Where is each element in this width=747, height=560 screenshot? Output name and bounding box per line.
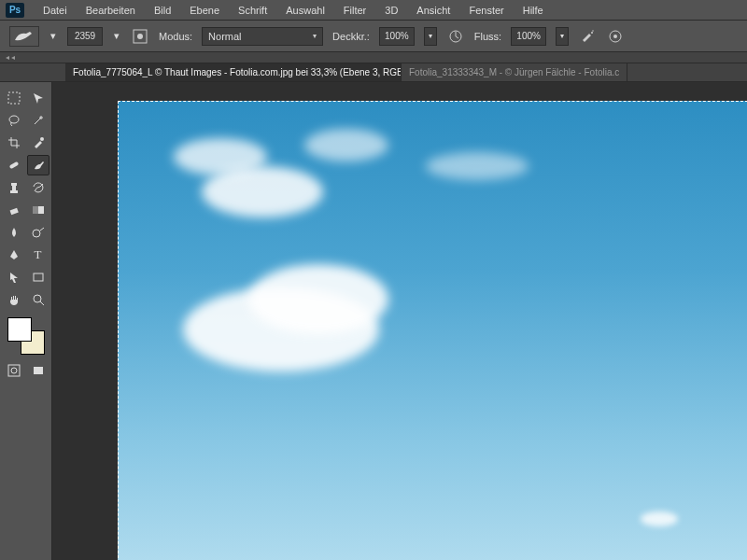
mode-label: Modus:	[159, 31, 192, 42]
menu-ebene[interactable]: Ebene	[180, 2, 229, 19]
menu-3d[interactable]: 3D	[375, 2, 407, 19]
clone-stamp-tool[interactable]	[3, 177, 25, 198]
tab-document-1[interactable]: Fotolia_7775064_L © Thaut Images - Fotol…	[65, 63, 402, 81]
airbrush-toggle[interactable]	[578, 27, 597, 46]
hand-icon	[7, 293, 21, 306]
zoom-tool[interactable]	[27, 289, 49, 310]
lasso-tool[interactable]	[3, 110, 25, 131]
tab-label: Fotolia_31333343_M - © Jürgen Fälchle - …	[409, 67, 619, 77]
svg-point-8	[9, 116, 19, 123]
menu-bild[interactable]: Bild	[145, 2, 180, 19]
menu-schrift[interactable]: Schrift	[229, 2, 276, 19]
menu-fenster[interactable]: Fenster	[459, 2, 513, 19]
foreground-color-swatch[interactable]	[7, 317, 32, 342]
eraser-tool[interactable]	[3, 200, 25, 220]
canvas-content	[426, 152, 529, 180]
menu-bearbeiten[interactable]: Bearbeiten	[77, 2, 145, 19]
menu-auswahl[interactable]: Auswahl	[276, 2, 334, 19]
svg-rect-11	[10, 190, 18, 193]
eraser-icon	[7, 203, 21, 217]
path-selection-tool[interactable]	[3, 267, 25, 287]
magic-wand-tool[interactable]	[27, 110, 49, 131]
marquee-tool[interactable]	[3, 88, 25, 108]
flow-field[interactable]: 100%	[511, 27, 546, 46]
move-tool[interactable]	[27, 88, 49, 108]
opacity-dropdown[interactable]: ▾	[424, 27, 437, 46]
brush-panel-icon	[133, 29, 148, 44]
magnifier-icon	[32, 293, 45, 306]
svg-point-21	[11, 368, 17, 373]
arrow-icon	[7, 271, 21, 284]
canvas-content	[304, 129, 388, 161]
type-tool[interactable]: T	[27, 245, 49, 265]
color-swatches[interactable]	[7, 317, 45, 355]
pen-icon	[7, 248, 21, 261]
hand-tool[interactable]	[3, 289, 25, 310]
quick-mask-toggle[interactable]	[3, 360, 25, 381]
menu-ansicht[interactable]: Ansicht	[407, 2, 459, 19]
svg-rect-16	[33, 206, 38, 214]
svg-point-4	[592, 30, 593, 31]
quickmask-icon	[7, 364, 21, 377]
screen-mode-toggle[interactable]	[27, 360, 49, 381]
tab-label: Fotolia_7775064_L © Thaut Images - Fotol…	[73, 67, 402, 77]
svg-rect-14	[9, 208, 18, 215]
blend-mode-value: Normal	[208, 31, 241, 42]
menu-hilfe[interactable]: Hilfe	[514, 2, 553, 19]
rectangle-icon	[32, 271, 45, 284]
history-brush-tool[interactable]	[27, 177, 49, 198]
svg-rect-20	[8, 365, 20, 376]
blur-tool[interactable]	[3, 222, 25, 243]
main-menu: Datei Bearbeiten Bild Ebene Schrift Ausw…	[34, 2, 553, 19]
stamp-icon	[7, 181, 21, 194]
brush-panel-toggle[interactable]	[131, 27, 149, 46]
rectangle-tool[interactable]	[27, 267, 49, 287]
flow-dropdown[interactable]: ▾	[556, 27, 569, 46]
drop-icon	[7, 226, 21, 239]
gradient-tool[interactable]	[27, 200, 49, 220]
dodge-icon	[32, 226, 45, 239]
tablet-pressure-icon	[448, 29, 463, 44]
workspace: T	[0, 82, 747, 560]
chevron-down-icon[interactable]: ▾	[112, 30, 121, 42]
opacity-field[interactable]: 100%	[379, 27, 415, 46]
panel-collapse-handle[interactable]: ◂◂	[0, 52, 747, 63]
app-logo: Ps	[6, 3, 24, 18]
opacity-label: Deckkr.:	[332, 31, 370, 42]
svg-rect-7	[8, 92, 20, 104]
svg-rect-12	[12, 186, 16, 190]
svg-point-19	[34, 295, 41, 302]
crop-tool[interactable]	[3, 133, 25, 153]
svg-point-6	[613, 35, 617, 38]
options-bar: ▾ 2359 ▾ Modus: Normal Deckkr.: 100% ▾ F…	[0, 21, 747, 52]
brush-icon	[13, 30, 35, 43]
canvas-area	[52, 82, 747, 560]
history-brush-icon	[32, 181, 45, 194]
pressure-size-toggle[interactable]	[606, 27, 625, 46]
brush-size-field[interactable]: 2359	[67, 27, 103, 46]
lasso-icon	[7, 114, 21, 127]
healing-brush-tool[interactable]	[3, 155, 25, 175]
document-canvas[interactable]	[118, 101, 747, 560]
tab-document-2[interactable]: Fotolia_31333343_M - © Jürgen Fälchle - …	[402, 63, 627, 81]
pressure-opacity-toggle[interactable]	[446, 27, 465, 46]
svg-rect-13	[11, 183, 17, 186]
eyedropper-tool[interactable]	[27, 133, 49, 153]
marquee-icon	[7, 91, 21, 105]
dodge-tool[interactable]	[27, 222, 49, 243]
svg-point-9	[40, 137, 44, 141]
wand-icon	[32, 114, 45, 127]
brush-tool[interactable]	[27, 155, 49, 175]
chevron-down-icon[interactable]: ▾	[49, 30, 58, 42]
gradient-icon	[32, 203, 45, 217]
canvas-content	[174, 138, 267, 175]
bandage-icon	[7, 159, 21, 172]
menu-datei[interactable]: Datei	[34, 2, 77, 19]
move-icon	[32, 91, 45, 105]
canvas-content	[641, 511, 678, 526]
pen-tool[interactable]	[3, 245, 25, 265]
menu-filter[interactable]: Filter	[334, 2, 375, 19]
svg-point-3	[591, 32, 593, 34]
tool-preset-picker[interactable]	[9, 26, 39, 47]
blend-mode-select[interactable]: Normal	[202, 27, 323, 46]
